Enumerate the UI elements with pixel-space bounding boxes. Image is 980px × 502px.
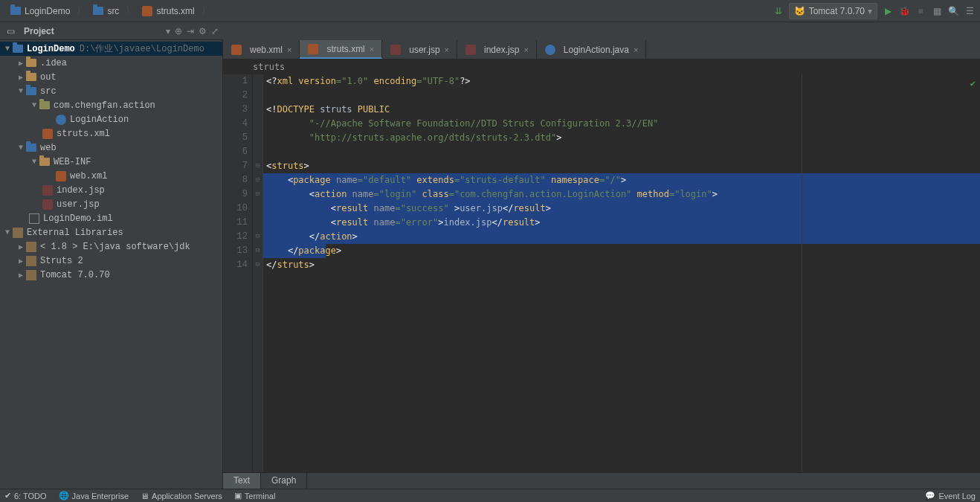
xml-icon <box>307 43 319 55</box>
jsp-icon <box>42 184 54 196</box>
collapse-arrow-icon[interactable]: ▼ <box>16 144 25 152</box>
fold-icon[interactable]: ⊟ <box>253 187 262 202</box>
tree-node[interactable]: struts.xml <box>0 126 222 141</box>
statusbar-java-ee[interactable]: 🌐 Java Enterprise <box>59 491 129 501</box>
editor[interactable]: 1 2 3 4 5 6 7 8 9 10 11 12 13 14 ⊟ ⊟ ⊟ <box>223 74 980 472</box>
stop-icon[interactable]: ■ <box>915 5 926 17</box>
expand-arrow-icon[interactable]: ▶ <box>16 257 25 266</box>
run-config-selector[interactable]: 🐱 Tomcat 7.0.70 ▾ <box>789 3 877 19</box>
close-icon[interactable]: × <box>523 45 528 54</box>
run-config-label: Tomcat 7.0.70 <box>809 6 865 16</box>
right-margin <box>802 74 802 472</box>
module-icon <box>10 5 22 17</box>
tree-node[interactable]: ▼WEB-INF <box>0 155 222 169</box>
folder-icon <box>92 5 104 17</box>
tab-struts-xml[interactable]: struts.xml× <box>300 40 382 59</box>
close-icon[interactable]: × <box>287 45 291 54</box>
tree-node[interactable]: ▶< 1.8 > E:\java software\jdk <box>0 239 222 254</box>
crumb-label: struts <box>253 62 285 72</box>
collapse-arrow-icon[interactable]: ▼ <box>30 101 39 109</box>
tab-index-jsp[interactable]: index.jsp× <box>457 40 537 59</box>
structure-icon[interactable]: ☰ <box>964 5 976 17</box>
close-icon[interactable]: × <box>445 45 449 54</box>
gutter[interactable]: 1 2 3 4 5 6 7 8 9 10 11 12 13 14 <box>223 74 253 472</box>
project-tree[interactable]: ▼ LoginDemo D:\作业\javaee\LoginDemo ▶.ide… <box>0 40 223 489</box>
fold-gutter[interactable]: ⊟ ⊟ ⊟ ⊟ ⊟ ⊟ <box>253 74 263 472</box>
tree-node-label: LoginDemo <box>27 44 75 54</box>
tab-user-jsp[interactable]: user.jsp× <box>382 40 457 59</box>
hide-icon[interactable]: ⤢ <box>211 26 219 36</box>
chevron-down-icon[interactable]: ▾ <box>166 26 170 36</box>
collapse-arrow-icon[interactable]: ▼ <box>30 158 39 166</box>
expand-arrow-icon[interactable]: ▶ <box>16 242 25 251</box>
run-icon[interactable]: ▶ <box>882 5 894 17</box>
status-bar: ✔ 6: TODO 🌐 Java Enterprise 🖥 Applicatio… <box>0 489 980 502</box>
fold-icon[interactable]: ⊟ <box>253 230 262 244</box>
expand-arrow-icon[interactable]: ▶ <box>16 271 25 280</box>
autoscroll-icon[interactable]: ⊕ <box>175 26 182 36</box>
tree-node[interactable]: ▼src <box>0 84 222 98</box>
tree-node[interactable]: LoginAction <box>0 112 222 126</box>
fold-icon[interactable]: ⊟ <box>253 173 262 187</box>
line-number: 11 <box>223 216 248 230</box>
close-icon[interactable]: × <box>634 45 638 54</box>
project-title: Project <box>24 26 54 36</box>
inspection-status-icon[interactable]: ✔ <box>970 77 976 91</box>
tab-graph[interactable]: Graph <box>261 473 307 489</box>
collapse-icon[interactable]: ⇥ <box>187 26 194 36</box>
tree-node[interactable]: web.xml <box>0 169 222 183</box>
tree-node[interactable]: user.jsp <box>0 197 222 211</box>
source-folder-icon <box>25 86 37 97</box>
xml-icon <box>141 5 153 17</box>
breadcrumb-file[interactable]: struts.xml <box>136 3 199 19</box>
tree-node-project[interactable]: ▼ LoginDemo D:\作业\javaee\LoginDemo <box>0 42 222 56</box>
breadcrumb-separator: 〉 <box>200 4 212 17</box>
collapse-arrow-icon[interactable]: ▼ <box>3 45 12 53</box>
code-area[interactable]: ✔ <?xml version="1.0" encoding="UTF-8"?>… <box>263 74 980 472</box>
tree-node[interactable]: ▶.idea <box>0 56 222 70</box>
collapse-arrow-icon[interactable]: ▼ <box>16 87 25 95</box>
editor-breadcrumbs[interactable]: struts <box>223 59 980 74</box>
fold-icon[interactable]: ⊟ <box>253 159 262 173</box>
fold-icon[interactable]: ⊟ <box>253 258 262 272</box>
tree-node[interactable]: ▼web <box>0 141 222 155</box>
xml-icon <box>231 44 242 56</box>
tree-node-label: web <box>40 143 57 153</box>
tree-node-label: WEB-INF <box>54 157 91 167</box>
tab-text[interactable]: Text <box>223 473 261 489</box>
tree-node[interactable]: ▶Tomcat 7.0.70 <box>0 268 222 282</box>
find-icon[interactable]: ▦ <box>931 5 943 17</box>
collapse-arrow-icon[interactable]: ▼ <box>3 228 12 236</box>
breadcrumb-project[interactable]: LoginDemo <box>4 3 75 19</box>
statusbar-app-servers[interactable]: 🖥 Application Servers <box>141 492 222 501</box>
xml-icon <box>55 170 67 182</box>
tab-login-action[interactable]: LoginAction.java× <box>537 40 647 59</box>
line-number: 4 <box>223 117 248 131</box>
expand-arrow-icon[interactable]: ▶ <box>16 59 25 68</box>
module-icon <box>12 43 24 55</box>
line-number: 9 <box>223 187 248 202</box>
make-icon[interactable]: ⇊ <box>773 5 784 17</box>
search-icon[interactable]: 🔍 <box>947 5 959 17</box>
statusbar-todo[interactable]: ✔ 6: TODO <box>4 491 47 501</box>
fold-icon[interactable]: ⊟ <box>253 244 262 258</box>
statusbar-terminal[interactable]: ▣ Terminal <box>234 491 276 501</box>
line-number: 3 <box>223 103 248 117</box>
xml-icon <box>42 128 54 140</box>
breadcrumb-src[interactable]: src <box>87 3 124 19</box>
lib-icon <box>25 255 37 267</box>
gear-icon[interactable]: ⚙ <box>199 26 207 36</box>
expand-arrow-icon[interactable]: ▶ <box>16 73 25 82</box>
line-number: 8 <box>223 173 248 187</box>
tree-node[interactable]: ▼com.chengfan.action <box>0 98 222 112</box>
close-icon[interactable]: × <box>370 45 374 54</box>
tree-node[interactable]: ▶out <box>0 70 222 84</box>
tree-node[interactable]: index.jsp <box>0 183 222 197</box>
statusbar-event-log[interactable]: 💬 Event Log <box>925 491 976 501</box>
tree-node-external-libs[interactable]: ▼External Libraries <box>0 225 222 239</box>
debug-icon[interactable]: 🐞 <box>898 5 910 17</box>
folder-icon <box>39 156 51 168</box>
tab-web-xml[interactable]: web.xml× <box>223 40 300 59</box>
tree-node[interactable]: LoginDemo.iml <box>0 211 222 225</box>
tree-node[interactable]: ▶Struts 2 <box>0 254 222 268</box>
